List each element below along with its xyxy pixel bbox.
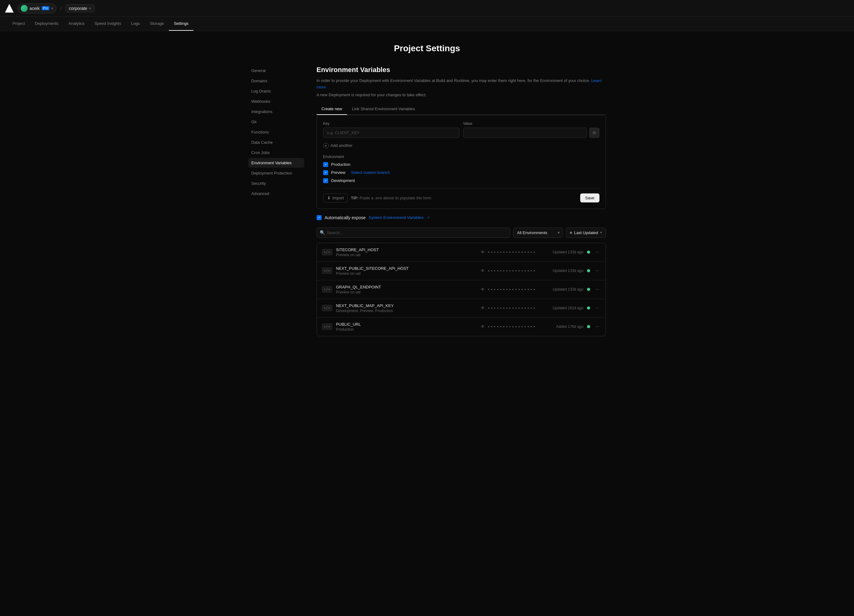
masked-value: •••••••••••••••• xyxy=(487,306,536,311)
topbar: aceik Pro ▾ / corporate ▾ xyxy=(0,0,854,17)
nav-settings[interactable]: Settings xyxy=(169,17,194,31)
sidebar-item-data-cache[interactable]: Data Cache xyxy=(249,137,304,147)
sort-button[interactable]: ≡ Last Updated ▾ xyxy=(566,227,606,238)
env-key-name: NEXT_PUBLIC_MAP_API_KEY xyxy=(336,303,477,308)
production-checkbox[interactable] xyxy=(323,162,328,167)
more-options-button[interactable]: ··· xyxy=(594,287,600,292)
masked-value: •••••••••••••••• xyxy=(487,268,536,273)
env-var-list: </> SITECORE_API_HOST Preview on uat 👁 •… xyxy=(317,243,606,336)
vercel-logo-icon xyxy=(5,4,14,13)
visibility-toggle-button[interactable]: ⊙ xyxy=(589,128,599,138)
sidebar-item-security[interactable]: Security xyxy=(249,178,304,188)
expose-row: Automatically expose System Environment … xyxy=(317,215,606,220)
project-selector[interactable]: corporate ▾ xyxy=(66,5,95,12)
search-input[interactable] xyxy=(317,227,510,238)
env-value-col: 👁 •••••••••••••••• xyxy=(480,324,536,329)
save-button[interactable]: Save xyxy=(580,194,599,203)
chevron-down-icon: ▾ xyxy=(51,6,53,11)
import-button[interactable]: ⬇ Import xyxy=(323,194,348,203)
more-options-button[interactable]: ··· xyxy=(594,305,600,311)
sidebar-item-git[interactable]: Git xyxy=(249,117,304,127)
code-icon: </> xyxy=(322,305,332,311)
chevron-down-icon: ▾ xyxy=(89,6,91,11)
system-env-vars-link[interactable]: System Environment Variables xyxy=(369,215,424,220)
sidebar-item-environment-variables[interactable]: Environment Variables xyxy=(249,158,304,168)
table-row: </> SITECORE_API_HOST Preview on uat 👁 •… xyxy=(317,243,605,262)
search-wrap: 🔍 xyxy=(317,227,510,238)
main-nav: Project Deployments Analytics Speed Insi… xyxy=(0,17,854,31)
key-col: Key xyxy=(323,121,459,138)
sidebar-item-general[interactable]: General xyxy=(249,66,304,75)
key-label: Key xyxy=(323,121,459,126)
more-options-button[interactable]: ··· xyxy=(594,324,600,329)
env-value-col: 👁 •••••••••••••••• xyxy=(480,268,536,273)
eye-icon: ⊙ xyxy=(593,130,596,135)
expose-checkbox[interactable] xyxy=(317,215,322,220)
status-dot xyxy=(587,306,590,310)
development-checkbox[interactable] xyxy=(323,178,328,183)
code-icon: </> xyxy=(322,249,332,255)
plus-icon: + xyxy=(323,143,329,148)
env-value-col: 👁 •••••••••••••••• xyxy=(480,287,536,292)
download-icon: ⬇ xyxy=(327,195,331,200)
env-development-row: Development xyxy=(323,178,599,183)
sidebar-item-advanced[interactable]: Advanced xyxy=(249,189,304,198)
add-another-button[interactable]: + Add another xyxy=(323,142,353,149)
masked-value: •••••••••••••••• xyxy=(487,287,536,292)
nav-storage[interactable]: Storage xyxy=(145,17,169,31)
sidebar-item-log-drains[interactable]: Log Drains xyxy=(249,86,304,96)
env-key-col: SITECORE_API_HOST Preview on uat xyxy=(336,247,477,257)
env-meta: Updated 133d ago xyxy=(540,268,583,273)
external-link-icon: ↗ xyxy=(427,216,429,219)
more-options-button[interactable]: ··· xyxy=(594,268,600,273)
env-key-sub: Production xyxy=(336,327,477,332)
environment-label: Environment xyxy=(323,155,599,159)
form-footer: ⬇ Import TIP: Paste a .env above to popu… xyxy=(323,188,599,203)
eye-icon[interactable]: 👁 xyxy=(480,287,485,292)
user-name: aceik xyxy=(29,6,40,11)
env-key-sub: Preview on uat xyxy=(336,290,477,294)
nav-project[interactable]: Project xyxy=(8,17,30,31)
development-label: Development xyxy=(331,178,355,183)
key-value-row: Key Value ⊙ xyxy=(323,121,599,138)
table-row: </> GRAPH_QL_ENDPOINT Preview on uat 👁 •… xyxy=(317,281,605,299)
env-filter-select[interactable]: All Environments xyxy=(513,227,563,238)
masked-value: •••••••••••••••• xyxy=(487,325,536,329)
more-options-button[interactable]: ··· xyxy=(594,249,600,255)
eye-icon[interactable]: 👁 xyxy=(480,305,485,311)
sidebar-item-deployment-protection[interactable]: Deployment Protection xyxy=(249,168,304,178)
env-preview-row: Preview Select custom branch xyxy=(323,170,599,175)
user-badge: Pro xyxy=(41,6,50,10)
nav-speed-insights[interactable]: Speed Insights xyxy=(89,17,126,31)
sidebar-item-integrations[interactable]: Integrations xyxy=(249,107,304,116)
key-input[interactable] xyxy=(323,128,459,138)
nav-analytics[interactable]: Analytics xyxy=(63,17,89,31)
env-key-col: NEXT_PUBLIC_MAP_API_KEY Development, Pre… xyxy=(336,303,477,313)
sidebar-item-functions[interactable]: Functions xyxy=(249,127,304,137)
nav-logs[interactable]: Logs xyxy=(126,17,145,31)
status-dot xyxy=(587,250,590,254)
eye-icon[interactable]: 👁 xyxy=(480,268,485,273)
value-input[interactable] xyxy=(463,128,587,138)
sidebar-item-domains[interactable]: Domains xyxy=(249,76,304,86)
env-meta: Updated 133d ago xyxy=(540,287,583,291)
create-new-form: Key Value ⊙ + Ad xyxy=(317,115,606,209)
code-icon: </> xyxy=(322,286,332,293)
eye-icon[interactable]: 👁 xyxy=(480,324,485,329)
sidebar-item-cron-jobs[interactable]: Cron Jobs xyxy=(249,148,304,157)
status-dot xyxy=(587,325,590,328)
status-dot xyxy=(587,288,590,291)
env-key-col: NEXT_PUBLIC_SITECORE_API_HOST Preview on… xyxy=(336,266,477,276)
user-menu[interactable]: aceik Pro ▾ xyxy=(17,3,56,13)
tab-link-shared[interactable]: Link Shared Environment Variables xyxy=(347,104,420,115)
eye-icon[interactable]: 👁 xyxy=(480,250,485,255)
preview-checkbox[interactable] xyxy=(323,170,328,175)
masked-value: •••••••••••••••• xyxy=(487,250,536,255)
production-label: Production xyxy=(331,162,351,167)
code-icon: </> xyxy=(322,323,332,330)
tab-create-new[interactable]: Create new xyxy=(317,104,347,115)
select-custom-branch-link[interactable]: Select custom branch xyxy=(351,170,390,175)
env-key-sub: Preview on uat xyxy=(336,271,477,276)
sidebar-item-webhooks[interactable]: Webhooks xyxy=(249,96,304,106)
nav-deployments[interactable]: Deployments xyxy=(30,17,63,31)
